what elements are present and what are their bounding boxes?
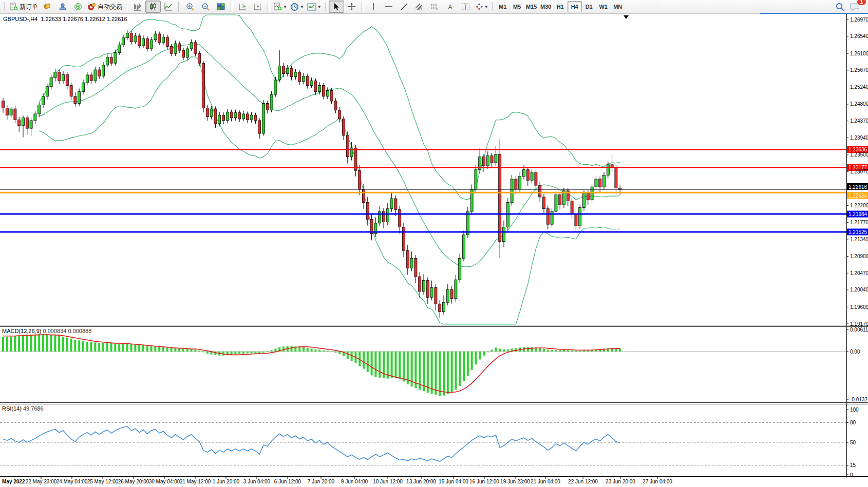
rsi-name: RSI(14) <box>2 405 22 412</box>
autotrading-label: 自动交易 <box>98 3 122 11</box>
signals-button[interactable] <box>70 1 86 13</box>
candlestick-icon <box>149 3 157 11</box>
price-tag-label: 1.21984 <box>848 211 867 217</box>
zoom-in-button[interactable] <box>182 1 198 13</box>
gold-icon <box>43 3 51 11</box>
price-tag-label: 1.22616 <box>848 184 867 190</box>
templates-button[interactable]: ▼ <box>306 1 323 13</box>
fibonacci-button[interactable]: F <box>427 1 443 13</box>
toolbar-separator <box>178 2 180 12</box>
toolbar-right: 1 <box>832 1 866 13</box>
axis-tick-label: 80 <box>850 420 856 425</box>
timeframe-W1[interactable]: W1 <box>596 1 611 12</box>
candlestick-button[interactable] <box>145 1 161 13</box>
zoom-out-button[interactable] <box>198 1 213 13</box>
axis-tick-label: -0.01324 <box>850 397 868 402</box>
tile-windows-button[interactable] <box>213 1 229 13</box>
line-chart-icon <box>164 3 173 11</box>
time-axis-label: 22 May 23:00 <box>26 479 57 484</box>
toolbar-separator <box>268 2 270 12</box>
toolbar-grip[interactable] <box>325 2 327 11</box>
chart-shift-button[interactable] <box>235 1 250 13</box>
zoom-out-icon <box>201 3 210 11</box>
candlesticks <box>2 30 621 318</box>
axis-tick-label: 1.19170 <box>850 321 868 327</box>
time-axis-label: 27 Jun 04:00 <box>643 479 672 484</box>
timeframe-M30[interactable]: M30 <box>539 1 553 12</box>
macd-values: 0.000834 0.000888 <box>43 328 91 334</box>
timeframe-M1[interactable]: M1 <box>496 1 510 12</box>
dropdown-caret[interactable]: ▼ <box>317 5 322 9</box>
arrows-icon <box>475 3 483 11</box>
time-axis-label: 31 May 12:00 <box>180 479 211 484</box>
indicators-icon <box>273 3 282 11</box>
time-axis-label: 7 Jun 20:00 <box>308 479 335 484</box>
text-button[interactable]: A <box>443 1 458 13</box>
autotrading-button[interactable]: 自动交易 <box>86 1 124 13</box>
chart-shift-icon <box>238 3 247 11</box>
trendline-button[interactable] <box>397 1 412 13</box>
timeframe-M15[interactable]: M15 <box>524 1 539 12</box>
auto-scroll-button[interactable] <box>250 1 266 13</box>
notification-badge: 1 <box>857 0 866 5</box>
axis-tick-label: 1.24800 <box>850 101 868 107</box>
time-axis-label: 15 Jun 04:00 <box>439 479 468 484</box>
axis-tick-label: 1.25240 <box>850 84 868 90</box>
bar-chart-button[interactable] <box>130 1 145 13</box>
cursor-button[interactable] <box>329 1 344 13</box>
channel-icon: E <box>415 3 424 11</box>
timeframe-MN[interactable]: MN <box>611 1 625 12</box>
time-axis-label: 6 Jun 12:00 <box>274 479 301 484</box>
rsi-value: 49.7686 <box>23 405 44 412</box>
periods-button[interactable]: ▼ <box>289 1 306 13</box>
timeframe-H4[interactable]: H4 <box>568 1 582 12</box>
rsi-line <box>3 426 620 461</box>
search-button[interactable] <box>832 1 847 13</box>
axis-tick-label: 1.23500 <box>850 152 868 158</box>
indicators-button[interactable]: ▼ <box>272 1 289 13</box>
axis-tick-label: 0 <box>850 472 853 478</box>
timeframe-H1[interactable]: H1 <box>553 1 568 12</box>
toolbar-accent-line <box>760 13 868 14</box>
timeframe-M5[interactable]: M5 <box>510 1 524 12</box>
time-axis-label: 10 Jun 12:00 <box>373 479 403 484</box>
dropdown-caret[interactable]: ▼ <box>484 5 488 9</box>
time-axis-label: 13 Jun 20:00 <box>406 479 436 484</box>
text-label-icon: T <box>461 3 470 11</box>
notifications-button[interactable]: 1 <box>847 1 863 13</box>
text-label-button[interactable]: T <box>458 1 474 13</box>
price-tag-label: 1.21525 <box>848 229 867 235</box>
line-chart-button[interactable] <box>161 1 176 13</box>
autotrading-icon <box>87 3 96 11</box>
dropdown-caret[interactable]: ▼ <box>283 5 287 9</box>
time-axis-label: 25 May 12:00 <box>87 479 119 484</box>
time-axis-label: 16 Jun 12:00 <box>469 479 499 484</box>
macd-name: MACD(12,26,9) <box>2 328 41 334</box>
vertical-line-button[interactable] <box>366 1 381 13</box>
dropdown-caret[interactable]: ▼ <box>300 5 304 9</box>
scroll-marker-icon[interactable] <box>624 15 629 19</box>
new-order-button[interactable]: 新订单 <box>8 1 40 13</box>
auto-scroll-icon <box>254 3 262 11</box>
cursor-icon <box>333 3 340 11</box>
horizontal-line-button[interactable] <box>381 1 397 13</box>
templates-icon <box>307 3 316 11</box>
community-button[interactable] <box>55 1 70 13</box>
signals-icon <box>74 3 82 11</box>
axis-tick-label: 1.23070 <box>850 169 868 174</box>
toolbar-grip[interactable] <box>492 2 494 11</box>
time-axis-label: 3 Jun 04:00 <box>243 479 271 484</box>
crosshair-button[interactable] <box>344 1 360 13</box>
toolbar-grip[interactable] <box>4 2 6 11</box>
timeframe-D1[interactable]: D1 <box>582 1 596 12</box>
macd-indicator-label: MACD(12,26,9) 0.000834 0.000888 <box>2 328 91 334</box>
gold-button[interactable] <box>40 1 55 13</box>
new-order-label: 新订单 <box>20 3 38 11</box>
community-icon <box>59 3 67 11</box>
axis-tick-label: 1.20470 <box>850 270 868 276</box>
svg-text:F: F <box>437 7 439 11</box>
channel-button[interactable]: E <box>412 1 427 13</box>
chart-canvas[interactable]: 1.236361.231771.219841.215251.226161.225… <box>0 0 868 487</box>
axis-tick-label: 0.006114 <box>850 327 868 333</box>
arrows-button[interactable]: ▼ <box>474 1 490 13</box>
